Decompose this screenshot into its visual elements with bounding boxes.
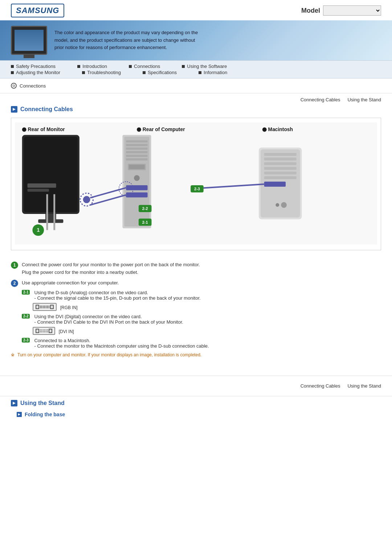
svg-marker-54: [13, 402, 16, 405]
model-select[interactable]: [323, 5, 381, 16]
note-symbol: ※: [11, 352, 15, 357]
banner-screen: [15, 30, 44, 51]
svg-rect-42: [264, 167, 297, 170]
svg-rect-22: [126, 155, 147, 157]
section-title-text-stand: Using the Stand: [20, 400, 65, 406]
sub-item-2-2-text: Using the DVI (Digital) connector on the…: [34, 314, 183, 325]
svg-point-46: [281, 202, 287, 208]
nav-safety-precautions[interactable]: Safety Precautions: [11, 64, 56, 69]
svg-point-35: [262, 127, 267, 132]
svg-point-2: [22, 127, 26, 132]
nav-specifications[interactable]: Specifications: [143, 70, 177, 75]
rgb-pins: [40, 305, 49, 308]
nav-row-2: Adjusting the Monitor Troubleshooting Sp…: [11, 70, 381, 75]
svg-rect-19: [126, 144, 147, 146]
svg-marker-0: [13, 108, 16, 111]
connection-diagram: Rear of Monitor 1 Rear of Computer: [11, 118, 381, 250]
sub-item-row-2-3: 2-3 Connected to a Macintosh. - Connect …: [22, 338, 381, 349]
sub-item-2-1: 2-1 Using the D-sub (Analog) connector o…: [22, 290, 381, 311]
sub-item-row-2-1: 2-1 Using the D-sub (Analog) connector o…: [22, 290, 381, 301]
svg-rect-17: [124, 137, 149, 227]
nav-bullet-icon: [82, 71, 85, 74]
note-content: Turn on your computer and monitor. If yo…: [17, 352, 201, 357]
svg-point-47: [275, 203, 279, 207]
nav-label: Adjusting the Monitor: [16, 70, 60, 75]
nav-introduction[interactable]: Introduction: [77, 64, 107, 69]
connecting-cables-section: Connecting Cables Rear of Monitor 1: [0, 106, 392, 372]
diagram-svg: Rear of Monitor 1 Rear of Computer: [15, 122, 377, 245]
breadcrumb-text: Connections: [20, 83, 46, 89]
sub-item-2-2: 2-2 Using the DVI (Digital) connector on…: [22, 314, 381, 335]
instruction-item-2: 2 Use appropriate connection for your co…: [11, 279, 381, 287]
svg-marker-55: [18, 413, 21, 416]
rgb-port-display: [RGB IN]: [33, 303, 381, 311]
svg-text:Macintosh: Macintosh: [268, 126, 293, 132]
nav-connections[interactable]: Connections: [129, 64, 160, 69]
nav-label: Safety Precautions: [16, 64, 56, 69]
section-title-connecting: Connecting Cables: [11, 106, 381, 113]
breadcrumb-icon: O: [11, 83, 17, 89]
svg-text:Rear of Monitor: Rear of Monitor: [28, 126, 65, 132]
dvi-in-label: [DVI IN]: [59, 329, 74, 334]
svg-rect-21: [126, 151, 147, 153]
page-tabs-top: Connecting Cables Using the Stand: [0, 93, 392, 106]
svg-rect-27: [126, 185, 147, 190]
nav-label: Troubleshooting: [87, 70, 121, 75]
arrow-right-icon-stand: [12, 401, 16, 405]
header: SAMSUNG Model: [0, 0, 392, 17]
tab-using-the-stand-bottom[interactable]: Using the Stand: [347, 382, 381, 389]
nav-row-1: Safety Precautions Introduction Connecti…: [11, 64, 381, 69]
instruction-1-text: Connect the power cord for your monitor …: [22, 261, 200, 276]
nav-bullet-icon: [182, 65, 185, 68]
badge-2-2: 2-2: [22, 314, 30, 319]
nav-adjusting-monitor[interactable]: Adjusting the Monitor: [11, 70, 60, 75]
tab-connecting-cables-top[interactable]: Connecting Cables: [301, 96, 340, 103]
banner: The color and appearance of the product …: [0, 20, 392, 60]
instruction-item-1: 1 Connect the power cord for your monito…: [11, 261, 381, 276]
svg-rect-39: [264, 153, 297, 156]
svg-text:Rear of Computer: Rear of Computer: [143, 126, 185, 132]
section-divider: [0, 376, 392, 376]
tab-using-the-stand-top[interactable]: Using the Stand: [347, 96, 381, 103]
svg-rect-7: [38, 219, 63, 223]
svg-rect-5: [24, 137, 78, 212]
svg-rect-45: [264, 182, 286, 187]
svg-rect-8: [28, 183, 56, 188]
arrow-right-small-icon: [17, 413, 21, 416]
svg-point-14: [137, 127, 141, 132]
nav-bullet-icon: [143, 71, 146, 74]
section-icon-stand: [11, 400, 17, 406]
svg-rect-23: [126, 158, 147, 161]
section-icon-connecting: [11, 106, 17, 113]
rgb-port-icon-right: [50, 305, 54, 309]
badge-2: 2: [11, 280, 18, 287]
svg-text:2-3: 2-3: [194, 187, 200, 191]
nav-troubleshooting[interactable]: Troubleshooting: [82, 70, 121, 75]
nav-information[interactable]: Information: [199, 70, 227, 75]
nav-using-software[interactable]: Using the Software: [182, 64, 227, 69]
badge-2-1: 2-1: [22, 290, 30, 295]
svg-rect-43: [264, 171, 297, 174]
rgb-in-label: [RGB IN]: [60, 305, 78, 310]
tab-connecting-cables-bottom[interactable]: Connecting Cables: [301, 382, 340, 389]
sub-item-2-3: 2-3 Connected to a Macintosh. - Connect …: [22, 338, 381, 349]
svg-point-26: [134, 175, 140, 181]
model-label: Model: [301, 7, 320, 15]
installation-note: ※ Turn on your computer and monitor. If …: [11, 352, 381, 357]
sub-item-2-1-text: Using the D-sub (Analog) connector on th…: [34, 290, 200, 301]
section-divider-2: [0, 396, 392, 396]
using-the-stand-section: Using the Stand Folding the base: [0, 400, 392, 428]
samsung-logo: SAMSUNG: [11, 4, 64, 17]
nav-bullet-icon: [199, 71, 201, 74]
sub-section-folding: Folding the base: [17, 412, 381, 417]
badge-1: 1: [11, 262, 18, 269]
svg-rect-9: [28, 189, 49, 192]
svg-rect-20: [126, 147, 147, 150]
section-title-stand: Using the Stand: [11, 400, 381, 406]
nav-bullet-icon: [129, 65, 132, 68]
svg-rect-40: [264, 158, 297, 161]
dvi-port-left: [36, 329, 39, 333]
sub-section-text-folding: Folding the base: [25, 412, 65, 417]
svg-text:2-2: 2-2: [142, 206, 148, 211]
sub-item-row-2-2: 2-2 Using the DVI (Digital) connector on…: [22, 314, 381, 325]
